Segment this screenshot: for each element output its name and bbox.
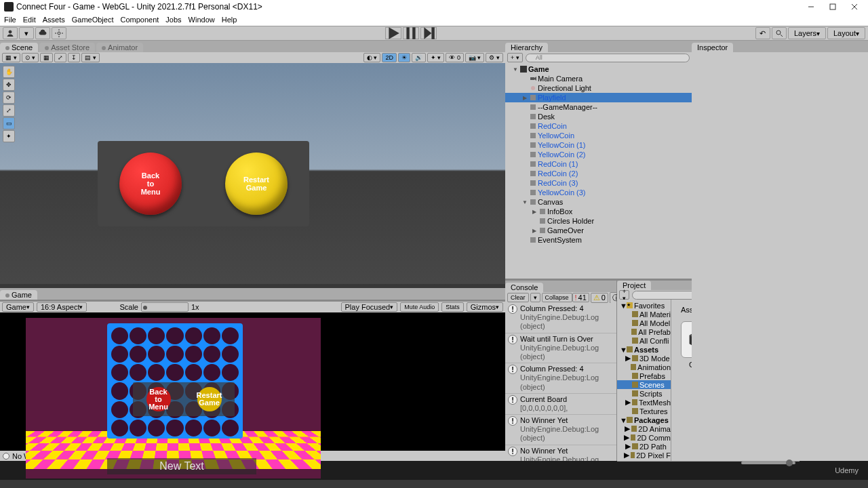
mute-audio-toggle[interactable]: Mute Audio [400, 302, 439, 312]
camera-toggle[interactable]: 📷 ▾ [465, 53, 485, 62]
pivot-dropdown[interactable]: ⊙ ▾ [22, 53, 39, 62]
tab-scene[interactable]: Scene [0, 43, 38, 52]
hierarchy-item[interactable]: ▼Canvas [505, 197, 692, 207]
project-tree-item[interactable]: ▶ TextMesh [617, 398, 671, 407]
menu-window[interactable]: Window [189, 16, 215, 24]
hierarchy-item[interactable]: Main Camera [505, 74, 692, 83]
hierarchy-item[interactable]: Circles Holder [505, 216, 692, 226]
maximize-button[interactable] [823, 1, 842, 13]
layers-dropdown[interactable]: Layers ▾ [788, 27, 826, 39]
hierarchy-item[interactable]: ▶InfoBox [505, 207, 692, 216]
snap-toggle[interactable]: ⤢ [54, 53, 66, 62]
project-tree-item[interactable]: ▶ 2D Comm [617, 433, 671, 442]
restart-game-button[interactable]: Restart Game [225, 152, 288, 215]
play-button[interactable] [385, 27, 401, 39]
snap-inc[interactable]: ↧ [68, 53, 80, 62]
console-entry[interactable]: !Column Pressed: 4UnityEngine.Debug:Log … [505, 363, 616, 394]
hierarchy-item[interactable]: ▶Playfield [505, 93, 692, 102]
project-tree-item[interactable]: Scripts [617, 389, 671, 398]
hierarchy-item[interactable]: ▼Game [505, 64, 692, 74]
hierarchy-item[interactable]: Desk [505, 112, 692, 121]
menu-help[interactable]: Help [222, 16, 237, 24]
project-tree-item[interactable]: ▶ 2D Path [617, 442, 671, 451]
fx-toggle[interactable]: ✦ ▾ [427, 53, 445, 62]
console-entry[interactable]: !Wait until Turn is OverUnityEngine.Debu… [505, 333, 616, 364]
warn-filter[interactable]: ⚠0 [591, 293, 608, 303]
aspect-dropdown[interactable]: 16:9 Aspect ▾ [37, 302, 87, 312]
tab-asset-store[interactable]: Asset Store [39, 43, 95, 52]
console-entry[interactable]: !No Winner YetUnityEngine.Debug:Log (obj… [505, 415, 616, 445]
transform-tool[interactable]: ✦ [3, 130, 15, 142]
menu-assets[interactable]: Assets [43, 16, 65, 24]
project-tree-item[interactable]: ▶ 3D Mode [617, 354, 671, 363]
tab-game[interactable]: Game [0, 290, 37, 300]
hierarchy-item[interactable]: RedCoin (3) [505, 178, 692, 188]
project-tree-item[interactable]: ▼★ Favorites [617, 301, 671, 310]
hierarchy-item[interactable]: RedCoin (2) [505, 169, 692, 178]
thumbnail-size-slider[interactable] [741, 462, 795, 464]
pause-button[interactable] [403, 27, 419, 39]
game-viewport[interactable]: Back to Menu Restart Game New Text [0, 312, 505, 451]
draw-mode[interactable]: ◐ ▾ [363, 53, 381, 62]
tab-hierarchy[interactable]: Hierarchy [505, 43, 548, 52]
clear-dropdown[interactable]: ▾ [530, 293, 540, 302]
restart-mini[interactable]: Restart Game [197, 387, 222, 411]
error-filter[interactable]: !41 [572, 293, 589, 302]
menu-edit[interactable]: Edit [23, 16, 36, 24]
minimize-button[interactable] [802, 1, 821, 13]
project-tree-item[interactable]: ▶ 2D Anima [617, 424, 671, 433]
account-icon[interactable] [3, 27, 18, 39]
scale-slider[interactable] [141, 302, 189, 312]
menu-jobs[interactable]: Jobs [165, 16, 181, 24]
project-tree[interactable]: ▼★ Favorites All Materi All Model All Pr… [617, 300, 671, 461]
hierarchy-item[interactable]: YellowCoin [505, 131, 692, 140]
project-tree-item[interactable]: ▼ Packages [617, 415, 671, 424]
cloud-icon[interactable] [35, 27, 50, 39]
hierarchy-item[interactable]: YellowCoin (3) [505, 188, 692, 197]
project-tree-item[interactable]: Scenes [617, 380, 671, 389]
hierarchy-item[interactable]: RedCoin (1) [505, 159, 692, 169]
console-entry[interactable]: !Column Pressed: 4UnityEngine.Debug:Log … [505, 303, 616, 333]
play-focused-dropdown[interactable]: Play Focused ▾ [341, 302, 398, 312]
project-tree-item[interactable]: All Model [617, 319, 671, 327]
hierarchy-search[interactable] [526, 54, 690, 62]
move-tool[interactable]: ✥ [3, 79, 15, 91]
console-log[interactable]: !Column Pressed: 4UnityEngine.Debug:Log … [505, 303, 616, 461]
hand-tool[interactable]: ✋ [3, 66, 15, 78]
snap-settings[interactable]: ▤ ▾ [81, 53, 100, 62]
hierarchy-item[interactable]: YellowCoin (1) [505, 140, 692, 150]
stats-toggle[interactable]: Stats [441, 302, 464, 312]
undo-history-icon[interactable]: ↶ [755, 27, 770, 39]
close-button[interactable] [845, 1, 864, 13]
hierarchy-item[interactable]: ▶GameOver [505, 226, 692, 235]
search-icon[interactable] [772, 27, 787, 39]
layout-dropdown[interactable]: Layout ▾ [827, 27, 865, 39]
menu-file[interactable]: File [4, 16, 16, 24]
project-tree-item[interactable]: Animation [617, 363, 671, 371]
gizmos-dropdown[interactable]: Gizmos ▾ [467, 302, 503, 312]
hierarchy-item[interactable]: YellowCoin (2) [505, 150, 692, 159]
collapse-toggle[interactable]: Collapse [542, 293, 572, 302]
create-dropdown[interactable]: + ▾ [507, 53, 523, 62]
hierarchy-item[interactable]: EventSystem [505, 235, 692, 245]
hierarchy-item[interactable]: Directional Light [505, 83, 692, 93]
rotate-tool[interactable]: ⟳ [3, 92, 15, 104]
project-tree-item[interactable]: All Materi [617, 310, 671, 319]
grid-toggle[interactable]: ▦ [40, 53, 53, 62]
back-to-menu-mini[interactable]: Back to Menu [146, 387, 171, 411]
hierarchy-item[interactable]: RedCoin [505, 121, 692, 131]
hidden-toggle[interactable]: 👁 0 [446, 53, 464, 62]
2d-toggle[interactable]: 2D [382, 53, 397, 62]
tool-handle-dropdown[interactable]: ▦ ▾ [2, 53, 20, 62]
console-entry[interactable]: !Current Board[0,0,0,0,0,0,0], [505, 394, 616, 415]
project-tree-item[interactable]: ▼ Assets [617, 345, 671, 354]
audio-toggle[interactable]: 🔊 [412, 53, 426, 62]
clear-button[interactable]: Clear [507, 293, 529, 302]
inspector-body[interactable] [692, 52, 868, 461]
hierarchy-tree[interactable]: ▼GameMain CameraDirectional Light▶Playfi… [505, 63, 692, 279]
project-tree-item[interactable]: All Confli [617, 336, 671, 345]
scale-tool[interactable]: ⤢ [3, 104, 15, 117]
rect-tool[interactable]: ▭ [3, 117, 15, 129]
menu-gameobject[interactable]: GameObject [72, 16, 114, 24]
project-tree-item[interactable]: All Prefab [617, 327, 671, 336]
